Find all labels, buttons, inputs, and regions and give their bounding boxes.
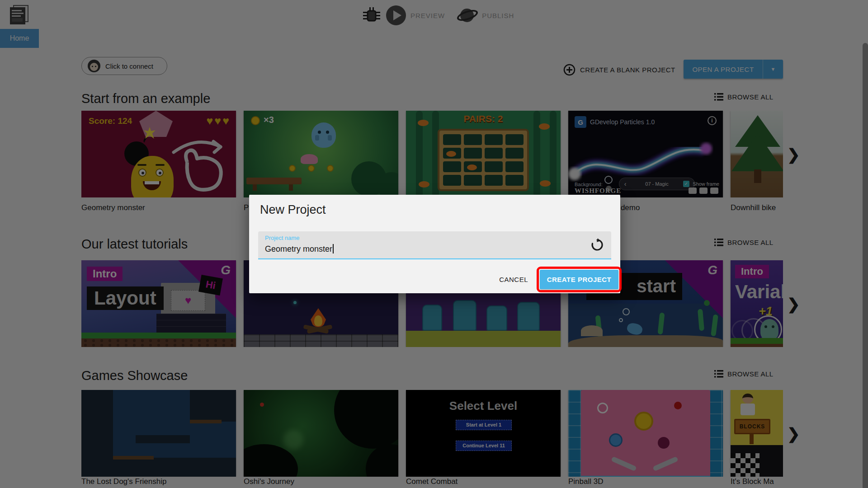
new-project-dialog: New Project Project name Geometry monste… xyxy=(249,195,620,293)
cancel-button[interactable]: CANCEL xyxy=(495,273,532,286)
create-project-button[interactable]: CREATE PROJECT xyxy=(540,270,618,289)
text-cursor xyxy=(333,244,334,253)
project-name-value: Geometry monster xyxy=(265,244,334,254)
refresh-icon[interactable] xyxy=(590,238,604,252)
dialog-title: New Project xyxy=(260,203,326,217)
project-name-input[interactable]: Project name Geometry monster xyxy=(258,231,611,259)
gdevelop-home-screen: PREVIEW PUBLISH Home Click to connect xyxy=(0,0,868,488)
project-name-label: Project name xyxy=(265,235,300,241)
